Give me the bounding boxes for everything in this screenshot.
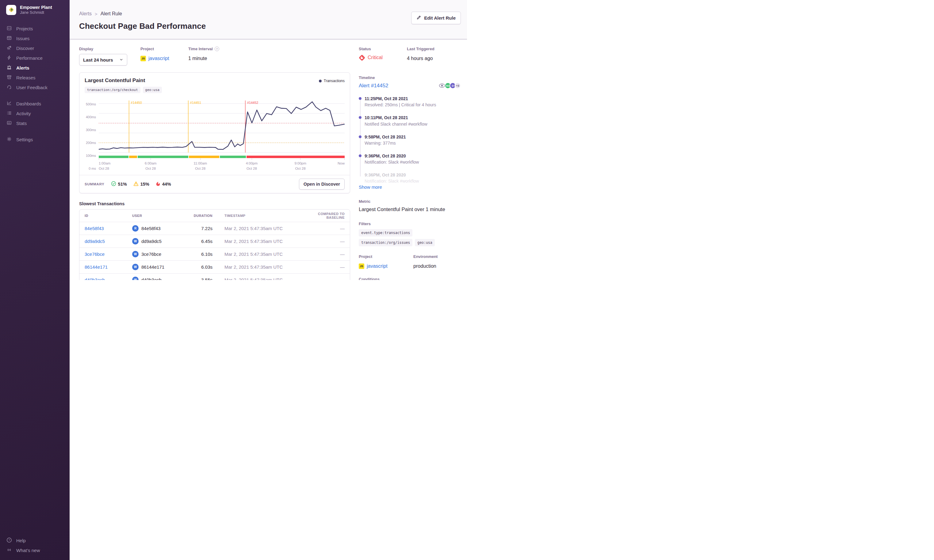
sidebar-item-alerts[interactable]: Alerts: [0, 63, 69, 72]
time-interval-help-icon[interactable]: ?: [215, 46, 219, 51]
sidebar-item-releases[interactable]: Releases: [0, 72, 69, 82]
sidebar-item-label: Dashboards: [16, 101, 41, 106]
eye-icon: [439, 83, 445, 88]
show-more-link[interactable]: Show more: [359, 185, 382, 190]
timeline-bullet-icon: [359, 97, 361, 100]
chart-x-axis: 1:00amOct 286:00amOct 2811:00amOct 284:0…: [99, 158, 345, 172]
sidebar-item-issues[interactable]: Issues: [0, 33, 69, 43]
event-time: 9:36PM, Oct 28 2020: [364, 172, 461, 178]
timeline-event: 9:58PM, Oct 28 2021 Warning: 377ms: [359, 134, 461, 146]
transaction-id-link[interactable]: d40b3ecb: [85, 277, 105, 280]
timeline-bullet-icon: [359, 154, 361, 157]
project-link[interactable]: javascript: [148, 56, 169, 61]
avatar: W: [132, 277, 139, 280]
x-tick-label: Now: [338, 158, 345, 166]
user-id: 84e58f43: [141, 226, 161, 231]
col-header-baseline: COMPARED TO BASELINE: [301, 212, 345, 219]
svg-text:#14451: #14451: [190, 101, 201, 105]
transactions-table: ID USER DURATION TIMESTAMP COMPARED TO B…: [79, 209, 350, 280]
sidebar-item-label: Releases: [16, 75, 36, 80]
sidebar-item-label: Projects: [16, 26, 33, 31]
baseline-value: —: [301, 226, 345, 231]
timestamp-value: Mar 2, 2021 5:47:35am UTC: [215, 238, 301, 244]
user-name: Jane Schmidt: [20, 10, 52, 15]
transaction-id-link[interactable]: 86144e171: [85, 265, 108, 269]
sidebar-item-label: Alerts: [16, 65, 29, 71]
sidebar-item-performance[interactable]: Performance: [0, 53, 69, 63]
project-link[interactable]: javascript: [367, 263, 387, 269]
avatar: W: [132, 238, 139, 245]
x-tick-label: 1:00amOct 28: [99, 158, 110, 172]
alert-id-link[interactable]: Alert #14452: [359, 83, 388, 89]
sidebar-item-dashboards[interactable]: Dashboards: [0, 98, 69, 108]
sidebar-item-activity[interactable]: Activity: [0, 108, 69, 118]
transaction-id-link[interactable]: 84e58f43: [85, 226, 104, 231]
transaction-id-link[interactable]: 3ce76bce: [85, 252, 105, 257]
status-segment: [129, 155, 137, 158]
sidebar-item-label: Performance: [16, 55, 43, 61]
display-range-select[interactable]: Last 24 hours: [79, 54, 127, 66]
status-segment: [189, 155, 219, 158]
bar-chart-icon: [6, 120, 12, 126]
breadcrumb-alerts-link[interactable]: Alerts: [79, 11, 92, 17]
sidebar-item-label: User Feedback: [16, 85, 48, 90]
chart-status-bar: [99, 155, 345, 158]
org-switcher[interactable]: Empower Plant Jane Schmidt: [0, 0, 69, 15]
y-tick-label: 500ms: [86, 102, 96, 106]
table-row: d40b3ecb Wd40b3ecb 3.55s Mar 2, 2021 5:4…: [79, 273, 350, 280]
filter-bar: Display Last 24 hours Project JS javascr…: [79, 46, 350, 66]
table-row: 84e58f43 R84e58f43 7.22s Mar 2, 2021 5:4…: [79, 222, 350, 235]
project-label: Project: [140, 46, 188, 51]
duration-value: 6.03s: [180, 265, 215, 269]
user-id: 3ce76bce: [141, 252, 161, 257]
sidebar-item-settings[interactable]: Settings: [0, 134, 69, 144]
subscriber-avatars: SC D +3: [439, 82, 461, 89]
pencil-icon: [417, 15, 421, 21]
sidebar-item-label: Settings: [16, 137, 33, 142]
summary-critical-stat: 44%: [156, 182, 171, 187]
sidebar-item-discover[interactable]: Discover: [0, 43, 69, 53]
display-label: Display: [79, 46, 140, 51]
y-tick-label: 200ms: [86, 141, 96, 145]
event-desc: Notified Slack channel #workflow: [364, 121, 461, 128]
conditions-label: Conditions: [359, 277, 461, 280]
status-segment: [247, 155, 345, 158]
user-id: d40b3ecb: [141, 277, 162, 280]
legend-dot-icon: [319, 80, 322, 82]
issues-icon: [6, 35, 12, 42]
metric-section: Metric Largest Contentful Paint over 1 m…: [359, 199, 461, 212]
last-triggered-label: Last Triggered: [407, 46, 434, 51]
environment-label: Environment: [413, 254, 438, 259]
col-header-timestamp: TIMESTAMP: [215, 214, 301, 217]
sidebar-item-user-feedback[interactable]: User Feedback: [0, 82, 69, 92]
metric-label: Metric: [359, 199, 461, 204]
legend-label: Transactions: [324, 79, 345, 83]
col-header-user: USER: [132, 214, 180, 217]
chart-summary-row: SUMMARY 51% 15% 44% Open in Discover: [79, 175, 350, 193]
chart-title: Largest Contentful Paint: [85, 77, 145, 84]
sidebar-item-label: Discover: [16, 46, 34, 51]
conditions-section: Conditions Critical above 300ms Slack #w…: [359, 277, 461, 280]
transaction-id-link[interactable]: dd9a9dc5: [85, 238, 105, 244]
svg-text:#14452: #14452: [247, 101, 258, 105]
page-header: Alerts > Alert Rule Checkout Page Bad Pe…: [69, 0, 467, 40]
chevron-down-icon: [119, 57, 123, 63]
summary-healthy-stat: 51%: [111, 181, 127, 187]
project-environment-row: Project JS javascript Environment produc…: [359, 254, 461, 269]
event-desc: Notification: Slack #workflow: [364, 159, 461, 165]
org-logo: [6, 5, 16, 15]
summary-label: SUMMARY: [85, 182, 105, 186]
edit-alert-rule-button[interactable]: Edit Alert Rule: [411, 12, 461, 24]
sidebar-item-projects[interactable]: Projects: [0, 24, 69, 33]
table-row: dd9a9dc5 Wdd9a9dc5 6.45s Mar 2, 2021 5:4…: [79, 235, 350, 248]
sidebar-item-stats[interactable]: Stats: [0, 118, 69, 128]
tag-transaction: transaction:/org/checkout: [85, 87, 140, 93]
sidebar-item-label: Stats: [16, 121, 27, 126]
open-in-discover-button[interactable]: Open in Discover: [299, 178, 345, 190]
event-time: 9:36PM, Oct 28 2020: [364, 153, 461, 159]
avatar: W: [132, 251, 139, 257]
environment-value: production: [413, 263, 438, 269]
duration-value: 3.55s: [180, 277, 215, 280]
event-time: 11:25PM, Oct 28 2021: [364, 95, 461, 102]
svg-text:#14450: #14450: [131, 101, 142, 105]
